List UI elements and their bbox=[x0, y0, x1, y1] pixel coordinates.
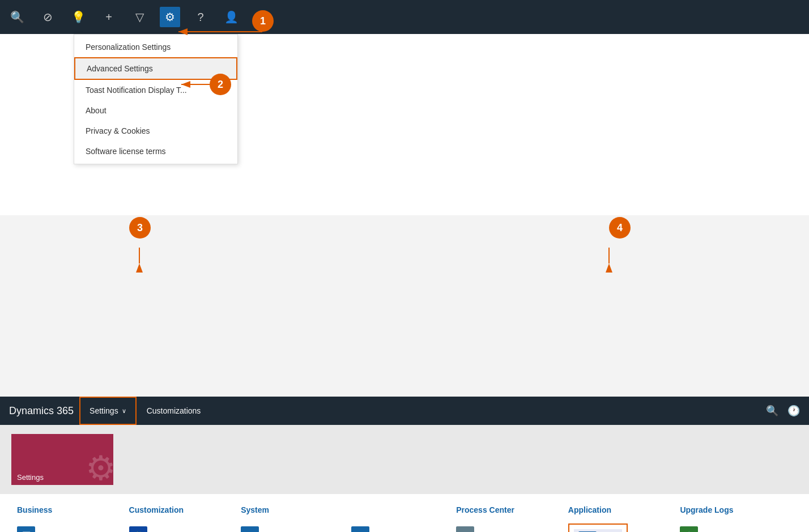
about-item[interactable]: About bbox=[74, 100, 237, 121]
email-config-icon: ✉ bbox=[351, 526, 369, 532]
settings-nav-item[interactable]: Settings ∨ bbox=[79, 397, 137, 425]
filter-nav-icon[interactable]: ▽ bbox=[129, 7, 150, 27]
list-item[interactable]: ✉ Email Configuration bbox=[351, 524, 450, 532]
annotation-2: 2 bbox=[210, 74, 231, 95]
application-section-title: Application bbox=[568, 505, 669, 517]
top-nav-bar: 🔍 ⊘ 💡 + ▽ ⚙ ? 👤 bbox=[0, 0, 809, 34]
settings-tile: ⚙ Settings bbox=[11, 434, 113, 485]
settings-dropdown: Personalization Settings Advanced Settin… bbox=[74, 34, 238, 164]
task-nav-icon[interactable]: ⊘ bbox=[37, 7, 58, 27]
system-section-title: System bbox=[241, 505, 346, 517]
settings-banner: ⚙ Settings bbox=[0, 425, 809, 494]
business-section-title: Business bbox=[17, 505, 118, 517]
annotation-4: 4 bbox=[609, 217, 631, 239]
arrow-3 bbox=[0, 215, 227, 283]
settings-content: Business 📊 Business Manageme... 📄 Templa… bbox=[0, 494, 809, 532]
help-nav-icon[interactable]: ? bbox=[190, 7, 211, 27]
arrow-4 bbox=[510, 215, 680, 283]
privacy-cookies-item[interactable]: Privacy & Cookies bbox=[74, 121, 237, 141]
customization-section: Customization 🧩 Customizations 🔲 Solutio… bbox=[129, 505, 241, 532]
upgrade-runs-icon: 📋 bbox=[680, 526, 698, 532]
customizations-nav-item[interactable]: Customizations bbox=[137, 397, 211, 425]
search-right-icon[interactable]: 🔍 bbox=[766, 405, 778, 417]
history-right-icon[interactable]: 🕐 bbox=[787, 405, 800, 417]
list-item[interactable]: 📊 Business Manageme... bbox=[17, 524, 118, 532]
sections-row: Business 📊 Business Manageme... 📄 Templa… bbox=[17, 505, 792, 532]
software-license-item[interactable]: Software license terms bbox=[74, 141, 237, 161]
settings-nav-icon[interactable]: ⚙ bbox=[160, 7, 180, 27]
list-item[interactable]: 👥 Administration bbox=[241, 524, 346, 532]
upgrade-logs-section: Upgrade Logs 📋 Upgrade Runs bbox=[680, 505, 792, 532]
administration-icon: 👥 bbox=[241, 526, 259, 532]
annotation-1: 1 bbox=[252, 10, 274, 32]
dynamics-title: Dynamics 365 bbox=[9, 405, 74, 417]
dynamics-nav-bar: Dynamics 365 Settings ∨ Customizations 🔍… bbox=[0, 397, 809, 425]
application-highlight-box: 🖥 Apps bbox=[568, 524, 628, 532]
business-section: Business 📊 Business Manageme... 📄 Templa… bbox=[17, 505, 129, 532]
customization-section-title: Customization bbox=[129, 505, 230, 517]
user-nav-icon[interactable]: 👤 bbox=[221, 7, 241, 27]
settings-chevron-icon: ∨ bbox=[122, 407, 126, 415]
personalization-settings-item[interactable]: Personalization Settings bbox=[74, 37, 237, 57]
customizations-icon: 🧩 bbox=[129, 526, 147, 532]
apps-item[interactable]: 🖥 Apps bbox=[574, 529, 623, 532]
lightbulb-nav-icon[interactable]: 💡 bbox=[68, 7, 88, 27]
process-center-section: Process Center ▶▶ Processes bbox=[456, 505, 568, 532]
application-section: Application 🖥 Apps bbox=[568, 505, 680, 532]
plus-nav-icon[interactable]: + bbox=[99, 7, 119, 27]
annotation-3: 3 bbox=[129, 217, 151, 239]
list-item[interactable]: 🧩 Customizations bbox=[129, 524, 230, 532]
search-nav-icon[interactable]: 🔍 bbox=[7, 7, 27, 27]
gear-bg-icon: ⚙ bbox=[86, 448, 113, 485]
settings-tile-label: Settings bbox=[17, 473, 44, 482]
processes-icon: ▶▶ bbox=[456, 526, 474, 532]
nav-right-icons: 🔍 🕐 bbox=[766, 405, 800, 417]
list-item[interactable]: 📋 Upgrade Runs bbox=[680, 524, 781, 532]
business-management-icon: 📊 bbox=[17, 526, 35, 532]
process-center-title: Process Center bbox=[456, 505, 557, 517]
list-item[interactable]: ▶▶ Processes bbox=[456, 524, 557, 532]
upgrade-logs-title: Upgrade Logs bbox=[680, 505, 781, 517]
customizations-nav-label: Customizations bbox=[147, 406, 201, 415]
system-section: System 👥 Administration 🔒 Security 💾 Dat… bbox=[241, 505, 456, 532]
settings-nav-label: Settings bbox=[90, 406, 118, 415]
